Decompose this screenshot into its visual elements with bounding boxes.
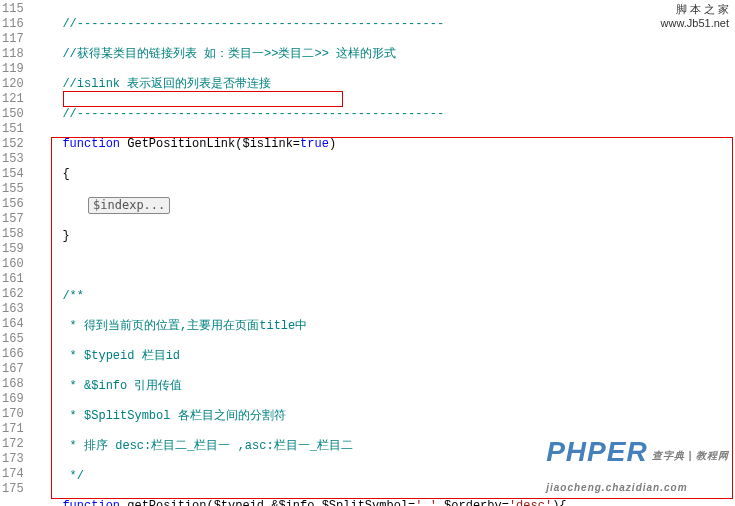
line-number: 171 <box>2 422 24 437</box>
watermark-sub: 查字典 | 教程网 <box>652 450 729 461</box>
line-number: 167 <box>2 362 24 377</box>
line-number: 117 <box>2 32 24 47</box>
line-number: 172 <box>2 437 24 452</box>
code-line: /** <box>34 289 731 304</box>
code-line <box>34 259 731 274</box>
code-line: //--------------------------------------… <box>34 107 731 122</box>
line-number: 166 <box>2 347 24 362</box>
line-number: 165 <box>2 332 24 347</box>
site-name: 脚 本 之 家 <box>661 2 729 17</box>
code-area[interactable]: //--------------------------------------… <box>30 0 735 506</box>
line-number: 163 <box>2 302 24 317</box>
code-line: * $SplitSymbol 各栏目之间的分割符 <box>34 409 731 424</box>
line-number: 153 <box>2 152 24 167</box>
code-line: * 得到当前页的位置,主要用在页面title中 <box>34 319 731 334</box>
line-number: 168 <box>2 377 24 392</box>
line-number: 155 <box>2 182 24 197</box>
watermark: PHPER查字典 | 教程网jiaocheng.chazidian.com <box>546 436 729 500</box>
site-credit: 脚 本 之 家 www.Jb51.net <box>661 2 729 29</box>
code-line: * &$info 引用传值 <box>34 379 731 394</box>
line-number: 164 <box>2 317 24 332</box>
line-number: 120 <box>2 77 24 92</box>
site-url: www.Jb51.net <box>661 17 729 29</box>
code-line: function GetPositionLink($islink=true) <box>34 137 731 152</box>
watermark-brand: PHPER <box>546 436 647 467</box>
line-number: 119 <box>2 62 24 77</box>
line-number: 162 <box>2 287 24 302</box>
line-number: 115 <box>2 2 24 17</box>
line-number: 152 <box>2 137 24 152</box>
line-number: 118 <box>2 47 24 62</box>
line-number: 161 <box>2 272 24 287</box>
line-number: 175 <box>2 482 24 497</box>
line-number: 154 <box>2 167 24 182</box>
code-line: //--------------------------------------… <box>34 17 731 32</box>
line-number: 160 <box>2 257 24 272</box>
line-number-gutter: 115 116 117 118 119 120 121 150 151 152 … <box>0 0 30 506</box>
code-line: { <box>34 167 731 182</box>
code-line: //获得某类目的链接列表 如：类目一>>类目二>> 这样的形式 <box>34 47 731 62</box>
line-number: 157 <box>2 212 24 227</box>
code-line: $indexp... <box>34 197 731 214</box>
line-number: 173 <box>2 452 24 467</box>
code-line: } <box>34 229 731 244</box>
line-number: 116 <box>2 17 24 32</box>
code-line: * $typeid 栏目id <box>34 349 731 364</box>
line-number: 169 <box>2 392 24 407</box>
line-number: 170 <box>2 407 24 422</box>
line-number: 150 <box>2 107 24 122</box>
line-number: 159 <box>2 242 24 257</box>
code-editor: 115 116 117 118 119 120 121 150 151 152 … <box>0 0 735 506</box>
code-fold-button[interactable]: $indexp... <box>88 197 170 214</box>
line-number: 174 <box>2 467 24 482</box>
code-line: //islink 表示返回的列表是否带连接 <box>34 77 731 92</box>
line-number: 151 <box>2 122 24 137</box>
code-line: function getPosition($typeid,&$info,$Spl… <box>34 499 731 506</box>
line-number: 158 <box>2 227 24 242</box>
line-number: 121 <box>2 92 24 107</box>
watermark-domain: jiaocheng.chazidian.com <box>546 482 687 493</box>
line-number: 156 <box>2 197 24 212</box>
